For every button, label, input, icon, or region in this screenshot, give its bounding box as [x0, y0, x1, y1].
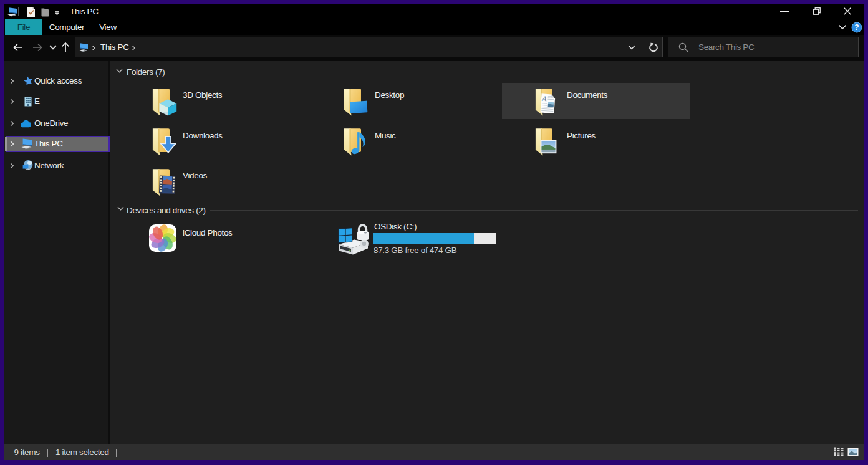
- svg-text:?: ?: [854, 23, 859, 32]
